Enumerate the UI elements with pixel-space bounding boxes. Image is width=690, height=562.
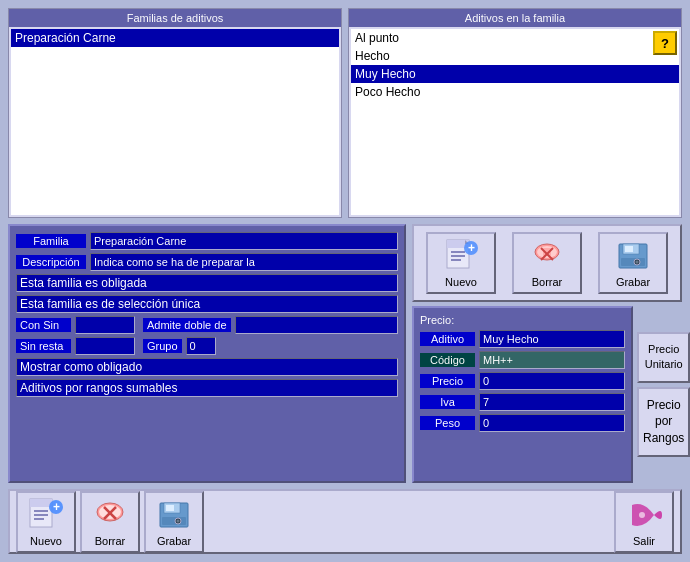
salir-button[interactable]: Salir — [614, 491, 674, 553]
aditivo-row: Aditivo — [420, 330, 625, 348]
top-section: Familias de aditivos Preparación Carne A… — [8, 8, 682, 218]
families-title: Familias de aditivos — [9, 9, 341, 27]
grabar-top-label: Grabar — [616, 276, 650, 288]
grabar-icon — [615, 238, 651, 274]
nuevo-bottom-button[interactable]: + Nuevo — [16, 491, 76, 553]
codigo-row: Código — [420, 351, 625, 369]
families-list: Preparación Carne — [11, 29, 339, 215]
familia-input[interactable] — [90, 232, 398, 250]
left-form: Familia Descripción Esta familia es obli… — [8, 224, 406, 483]
nuevo-icon: + — [443, 238, 479, 274]
families-panel: Familias de aditivos Preparación Carne — [8, 8, 342, 218]
additive-item[interactable]: Poco Hecho — [351, 83, 679, 101]
action-buttons: + Nuevo Borrar — [412, 224, 682, 302]
precio-row: Precio — [420, 372, 625, 390]
aditivo-label: Aditivo — [420, 332, 475, 346]
grabar-bottom-label: Grabar — [157, 535, 191, 547]
grupo-label: Grupo — [143, 339, 182, 353]
borrar-icon — [529, 238, 565, 274]
consin-label: Con Sin — [16, 318, 71, 332]
svg-rect-15 — [625, 246, 633, 252]
additives-panel: Aditivos en la familia Al punto Hecho Mu… — [348, 8, 682, 218]
bottom-left-buttons: + Nuevo Borrar — [16, 491, 204, 553]
grabar-bottom-button[interactable]: Grabar — [144, 491, 204, 553]
admite-doble-label: Admite doble de — [143, 318, 231, 332]
family-item[interactable]: Preparación Carne — [11, 29, 339, 47]
iva-input[interactable] — [479, 393, 625, 411]
iva-label: Iva — [420, 395, 475, 409]
salir-icon — [626, 497, 662, 533]
sinresta-label: Sin resta — [16, 339, 71, 353]
mostrar-label: Mostrar como obligado — [20, 360, 142, 374]
descripcion-input[interactable] — [90, 253, 398, 271]
bottom-section: + Nuevo Borrar — [8, 489, 682, 554]
borrar-bottom-icon — [92, 497, 128, 533]
peso-input[interactable] — [479, 414, 625, 432]
obligada-label: Esta familia es obligada — [20, 276, 147, 290]
iva-row: Iva — [420, 393, 625, 411]
peso-label: Peso — [420, 416, 475, 430]
peso-row: Peso — [420, 414, 625, 432]
familia-label: Familia — [16, 234, 86, 248]
seleccion-row: Esta familia es de selección única — [16, 295, 398, 313]
right-panel: + Nuevo Borrar — [412, 224, 682, 483]
additive-item-selected[interactable]: Muy Hecho — [351, 65, 679, 83]
seleccion-checkbox[interactable]: Esta familia es de selección única — [16, 295, 398, 313]
grabar-bottom-icon — [156, 497, 192, 533]
price-section: Precio: Aditivo Código Precio Iv — [412, 306, 682, 483]
borrar-top-label: Borrar — [532, 276, 563, 288]
mostrar-checkbox[interactable]: Mostrar como obligado — [16, 358, 398, 376]
borrar-bottom-label: Borrar — [95, 535, 126, 547]
codigo-input[interactable] — [479, 351, 625, 369]
nuevo-bottom-label: Nuevo — [30, 535, 62, 547]
additive-item[interactable]: Hecho — [351, 47, 679, 65]
additives-title: Aditivos en la familia — [349, 9, 681, 27]
admite-doble-input[interactable] — [235, 316, 399, 334]
precio-rangos-label: Precio porRangos — [643, 398, 684, 446]
nuevo-top-label: Nuevo — [445, 276, 477, 288]
precio-label: Precio — [420, 374, 475, 388]
svg-point-18 — [636, 261, 639, 264]
aditivos-label: Aditivos por rangos sumables — [20, 381, 177, 395]
nuevo-top-button[interactable]: + Nuevo — [426, 232, 496, 294]
additive-item[interactable]: Al punto — [351, 29, 679, 47]
svg-point-35 — [177, 519, 180, 522]
svg-point-36 — [639, 512, 645, 518]
borrar-top-button[interactable]: Borrar — [512, 232, 582, 294]
svg-rect-20 — [30, 499, 52, 507]
mostrar-row: Mostrar como obligado — [16, 358, 398, 376]
descripcion-label: Descripción — [16, 255, 86, 269]
seleccion-label: Esta familia es de selección única — [20, 297, 200, 311]
descripcion-row: Descripción — [16, 253, 398, 271]
svg-text:+: + — [53, 500, 60, 514]
question-button[interactable]: ? — [653, 31, 677, 55]
consin-row: Con Sin Admite doble de — [16, 316, 398, 334]
precio-rangos-button[interactable]: Precio porRangos — [637, 387, 690, 457]
sinresta-input[interactable] — [75, 337, 135, 355]
svg-rect-33 — [162, 517, 186, 525]
price-title: Precio: — [420, 314, 625, 326]
borrar-bottom-button[interactable]: Borrar — [80, 491, 140, 553]
nuevo-bottom-icon: + — [28, 497, 64, 533]
aditivos-row: Aditivos por rangos sumables — [16, 379, 398, 397]
additives-list: Al punto Hecho Muy Hecho Poco Hecho ? — [351, 29, 679, 215]
aditivo-input[interactable] — [479, 330, 625, 348]
obligada-checkbox[interactable]: Esta familia es obligada — [16, 274, 398, 292]
salir-label: Salir — [633, 535, 655, 547]
svg-rect-32 — [166, 505, 174, 511]
obligada-row: Esta familia es obligada — [16, 274, 398, 292]
consin-input[interactable] — [75, 316, 135, 334]
precio-unitario-button[interactable]: Precio Unitario — [637, 332, 690, 383]
familia-row: Familia — [16, 232, 398, 250]
aditivos-checkbox[interactable]: Aditivos por rangos sumables — [16, 379, 398, 397]
main-container: Familias de aditivos Preparación Carne A… — [0, 0, 690, 562]
codigo-label: Código — [420, 353, 475, 367]
precio-input[interactable] — [479, 372, 625, 390]
middle-section: Familia Descripción Esta familia es obli… — [8, 224, 682, 483]
svg-text:+: + — [468, 241, 475, 255]
sinresta-row: Sin resta Grupo — [16, 337, 398, 355]
grabar-top-button[interactable]: Grabar — [598, 232, 668, 294]
price-panel: Precio: Aditivo Código Precio Iv — [412, 306, 633, 483]
svg-rect-16 — [621, 258, 645, 266]
grupo-input[interactable] — [186, 337, 216, 355]
